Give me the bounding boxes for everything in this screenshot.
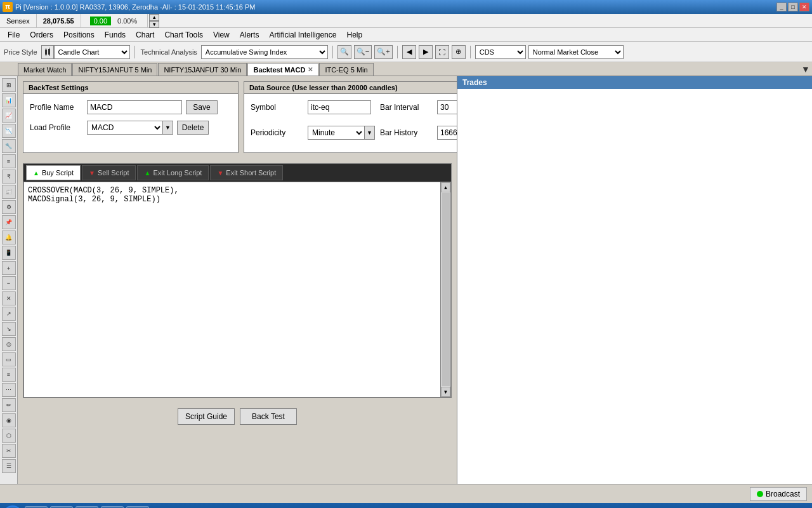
svg-rect-0 bbox=[45, 50, 47, 55]
script-editor: CROSSOVER(MACD(3, 26, 9, SIMPLE), MACDSi… bbox=[23, 182, 451, 398]
technical-analysis-select[interactable]: Accumulative Swing Index bbox=[201, 45, 328, 59]
candle-chart-select[interactable]: Candle Chart bbox=[54, 45, 130, 59]
zoom-in-button[interactable]: 🔍+ bbox=[374, 45, 392, 59]
tab-dropdown-button[interactable]: ▼ bbox=[799, 63, 812, 76]
tab-backtest-macd-close[interactable]: ✕ bbox=[308, 66, 313, 73]
sidebar-pencil[interactable]: ✏ bbox=[2, 398, 16, 412]
minimize-button[interactable]: _ bbox=[776, 3, 787, 11]
sell-tab-label: Sell Script bbox=[98, 169, 129, 177]
sidebar-hex[interactable]: ⬡ bbox=[2, 429, 16, 443]
expand-button[interactable]: ⛶ bbox=[435, 45, 449, 59]
buy-tab-label: Buy Script bbox=[42, 169, 74, 177]
body-area: Market Watch NIFTY15JANFUT 5 Min NIFTY15… bbox=[0, 62, 812, 503]
sidebar-menu[interactable]: ☰ bbox=[2, 459, 16, 473]
sidebar-rect[interactable]: ▭ bbox=[2, 352, 16, 366]
save-button[interactable]: Save bbox=[186, 100, 218, 114]
bar-interval-label: Bar Interval bbox=[380, 103, 437, 112]
script-tab-sell[interactable]: ▼ Sell Script bbox=[82, 165, 136, 180]
search-button[interactable]: 🔍 bbox=[337, 45, 351, 59]
symbol-input[interactable] bbox=[308, 100, 371, 114]
maximize-button[interactable]: □ bbox=[788, 3, 798, 11]
sensex-change: 0.00 0.00% bbox=[81, 14, 148, 27]
menu-chart[interactable]: Chart bbox=[131, 29, 159, 41]
menu-help[interactable]: Help bbox=[341, 29, 367, 41]
sidebar-circle[interactable]: ◎ bbox=[2, 337, 16, 351]
sidebar-dot2[interactable]: ◉ bbox=[2, 413, 16, 427]
separator-1 bbox=[134, 46, 135, 58]
separator-2 bbox=[332, 46, 333, 58]
menu-chart-tools[interactable]: Chart Tools bbox=[159, 29, 207, 41]
menu-view[interactable]: View bbox=[208, 29, 235, 41]
sidebar-list[interactable]: ≡ bbox=[2, 154, 16, 168]
market-close-select[interactable]: Normal Market Close bbox=[528, 45, 624, 59]
sidebar-market[interactable]: 📈 bbox=[2, 109, 16, 123]
sidebar-tools[interactable]: 🔧 bbox=[2, 139, 16, 153]
script-editor-content[interactable]: CROSSOVER(MACD(3, 26, 9, SIMPLE), MACDSi… bbox=[24, 182, 440, 397]
trades-header: Trades bbox=[457, 76, 812, 89]
bar-history-input[interactable] bbox=[437, 126, 457, 140]
load-profile-label: Load Profile bbox=[30, 123, 87, 132]
menu-alerts[interactable]: Alerts bbox=[235, 29, 265, 41]
sidebar-home[interactable]: ⊞ bbox=[2, 78, 16, 92]
script-tab-exit-short[interactable]: ▼ Exit Short Script bbox=[210, 165, 283, 180]
profile-name-input[interactable] bbox=[87, 100, 182, 114]
menu-positions[interactable]: Positions bbox=[58, 29, 100, 41]
sidebar-news[interactable]: 📰 bbox=[2, 185, 16, 199]
sidebar-bell[interactable]: 🔔 bbox=[2, 231, 16, 244]
sidebar-scissors[interactable]: ✂ bbox=[2, 444, 16, 458]
titlebar: π Pi [Version : 1.0.0.0] RA0337, 13906, … bbox=[0, 0, 812, 14]
trades-content bbox=[457, 89, 812, 484]
script-tab-exit-long[interactable]: ▲ Exit Long Script bbox=[137, 165, 209, 180]
sidebar-dots[interactable]: ⋯ bbox=[2, 383, 16, 397]
tab-nifty-30min[interactable]: NIFTY15JANFUT 30 Min bbox=[158, 63, 247, 76]
script-tab-buy[interactable]: ▲ Buy Script bbox=[26, 165, 81, 180]
sell-tab-icon: ▼ bbox=[89, 170, 95, 177]
sidebar-arrow-ne[interactable]: ↗ bbox=[2, 307, 16, 321]
periodicity-arrow[interactable]: ▼ bbox=[365, 126, 375, 140]
bar-interval-input[interactable] bbox=[437, 100, 457, 114]
taskbar: ⊞ 🦊 e 📁 ▶ π ⊡ 🔊 📶 ⚡ 🇮🇳 11:45 PM 1/15/201… bbox=[0, 503, 812, 508]
toolbar: Price Style Candle Chart Technical Analy… bbox=[0, 42, 812, 62]
menu-funds[interactable]: Funds bbox=[100, 29, 131, 41]
scrollbar-up-button[interactable]: ▲ bbox=[441, 182, 450, 192]
close-button[interactable]: ✕ bbox=[799, 3, 809, 11]
zoom-out-button[interactable]: 🔍− bbox=[354, 45, 372, 59]
tab-market-watch[interactable]: Market Watch bbox=[18, 63, 72, 76]
broadcast-indicator bbox=[757, 491, 763, 497]
next-button[interactable]: ▶ bbox=[419, 45, 433, 59]
menu-file[interactable]: File bbox=[3, 29, 25, 41]
cds-select[interactable]: CDS bbox=[475, 45, 526, 59]
sidebar-money[interactable]: ₹ bbox=[2, 170, 16, 184]
separator-3 bbox=[397, 46, 398, 58]
sensex-arrows[interactable]: ▲ ▼ bbox=[149, 14, 159, 28]
left-sidebar: ⊞ 📊 📈 📉 🔧 ≡ ₹ 📰 ⚙ 📌 🔔 📱 ＋ − ✕ ↗ ↘ ◎ ▭ ≡ … bbox=[0, 76, 18, 484]
sidebar-minus[interactable]: − bbox=[2, 276, 16, 290]
script-guide-button[interactable]: Script Guide bbox=[178, 408, 235, 425]
sidebar-arrow-se[interactable]: ↘ bbox=[2, 322, 16, 336]
tab-itc-eq-5min[interactable]: ITC-EQ 5 Min bbox=[319, 63, 373, 76]
menu-orders[interactable]: Orders bbox=[25, 29, 58, 41]
target-button[interactable]: ⊕ bbox=[452, 45, 466, 59]
load-profile-select[interactable]: MACD bbox=[87, 121, 163, 135]
delete-button[interactable]: Delete bbox=[177, 121, 209, 135]
sidebar-trend[interactable]: 📉 bbox=[2, 124, 16, 138]
buy-tab-icon: ▲ bbox=[33, 170, 39, 177]
sidebar-lines[interactable]: ≡ bbox=[2, 368, 16, 382]
menu-ai[interactable]: Artificial Intelligence bbox=[264, 29, 341, 41]
load-profile-arrow[interactable]: ▼ bbox=[163, 121, 173, 135]
prev-button[interactable]: ◀ bbox=[402, 45, 416, 59]
scrollbar-down-button[interactable]: ▼ bbox=[441, 387, 450, 397]
sidebar-cross[interactable]: ✕ bbox=[2, 291, 16, 305]
sidebar-settings[interactable]: ⚙ bbox=[2, 200, 16, 214]
periodicity-select[interactable]: Minute bbox=[308, 126, 365, 140]
sidebar-chart[interactable]: 📊 bbox=[2, 93, 16, 107]
broadcast-button[interactable]: Broadcast bbox=[750, 487, 807, 501]
scrollbar-thumb[interactable] bbox=[442, 193, 450, 386]
start-button[interactable]: ⊞ bbox=[3, 505, 23, 508]
sidebar-phone[interactable]: 📱 bbox=[2, 246, 16, 260]
sidebar-plus[interactable]: ＋ bbox=[2, 261, 16, 275]
tab-backtest-macd[interactable]: Backtest MACD ✕ bbox=[247, 63, 318, 76]
back-test-button[interactable]: Back Test bbox=[240, 408, 297, 425]
tab-nifty-5min[interactable]: NIFTY15JANFUT 5 Min bbox=[72, 63, 157, 76]
sidebar-pin[interactable]: 📌 bbox=[2, 215, 16, 229]
